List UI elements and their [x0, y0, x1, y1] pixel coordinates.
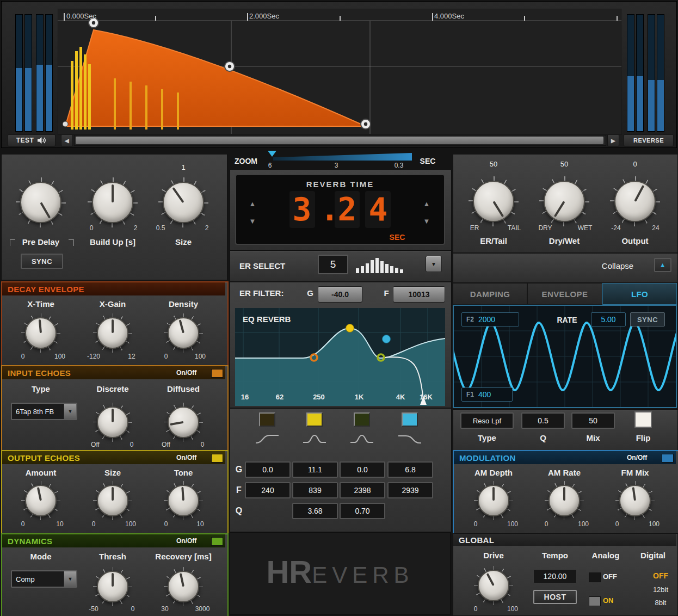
discrete-knob[interactable] — [93, 403, 132, 442]
dynamics-mode-dropdown[interactable]: Comp ▼ — [11, 570, 77, 588]
analog-on-toggle[interactable] — [589, 596, 601, 606]
eq-band4-swatch[interactable] — [402, 412, 418, 427]
eq-band4-handle[interactable] — [383, 335, 391, 343]
size-knob[interactable] — [158, 177, 208, 227]
lfo-filter-type-box[interactable]: Reso Lpf — [460, 412, 514, 429]
output-knob[interactable] — [610, 176, 660, 226]
am-rate-label: AM Rate — [540, 468, 589, 477]
digital-option-off[interactable]: OFF — [645, 571, 676, 580]
digital-option-12bit[interactable]: 12bit — [645, 586, 676, 594]
band1-freq-value[interactable]: 240 — [245, 482, 291, 498]
scroll-left-button[interactable]: ◀ — [61, 134, 73, 146]
scrollbar-thumb[interactable] — [76, 137, 603, 144]
modulation-onoff-toggle[interactable] — [662, 454, 674, 463]
zoom-slider[interactable] — [273, 153, 412, 161]
analog-off-toggle[interactable] — [589, 572, 601, 582]
band3-gain-value[interactable]: 0.0 — [340, 461, 385, 478]
chevron-down-icon[interactable]: ▼ — [64, 571, 76, 587]
lfo-f1-box[interactable]: F1 400 — [461, 387, 513, 402]
amount-knob[interactable] — [21, 481, 60, 520]
output-meter-right-1 — [627, 14, 634, 132]
er-filter-freq-button[interactable]: 10013 — [393, 286, 445, 303]
eq-band2-handle[interactable] — [346, 324, 354, 332]
reverb-time-up-right[interactable]: ▲ — [420, 197, 433, 210]
input-type-value: 6Tap 8th FB — [12, 408, 64, 416]
band2-bell-icon[interactable] — [302, 433, 327, 445]
envelope-end-handle[interactable] — [361, 119, 371, 129]
x-time-knob[interactable] — [21, 313, 60, 353]
band3-freq-value[interactable]: 2398 — [340, 482, 385, 498]
output-echoes-onoff-toggle[interactable] — [211, 454, 223, 463]
reverb-time-up-left[interactable]: ▲ — [246, 197, 259, 210]
pre-delay-sync-button[interactable]: SYNC — [21, 254, 63, 269]
zoom-marker[interactable] — [268, 151, 276, 157]
er-select-label: ER SELECT — [239, 261, 299, 270]
am-rate-knob[interactable] — [545, 481, 584, 520]
dynamics-onoff-toggle[interactable] — [211, 537, 223, 546]
pre-delay-knob[interactable] — [16, 177, 66, 227]
input-echoes-onoff-toggle[interactable] — [211, 369, 223, 378]
thresh-max: 0 — [122, 605, 144, 613]
envelope-mid-handle[interactable] — [225, 61, 235, 71]
eq-band1-swatch[interactable] — [259, 412, 275, 427]
band4-shelf-icon[interactable] — [397, 433, 422, 445]
band1-highpass-icon[interactable] — [255, 433, 280, 445]
reverb-time-down-left[interactable]: ▼ — [246, 214, 259, 227]
er-pattern-icon[interactable] — [356, 257, 417, 273]
lfo-mix-box[interactable]: 50 — [571, 412, 615, 429]
tab-lfo[interactable]: LFO — [602, 283, 677, 305]
eq-band3-swatch[interactable] — [354, 412, 370, 427]
lfo-flip-swatch[interactable] — [634, 411, 652, 428]
band3-q-value[interactable]: 0.70 — [340, 503, 385, 519]
lfo-f2-box[interactable]: F2 2000 — [461, 312, 519, 327]
reverse-button[interactable]: REVERSE — [624, 134, 674, 146]
tab-damping[interactable]: DAMPING — [453, 283, 527, 305]
reverb-time-value[interactable]: 3 . 2 4 — [261, 189, 419, 230]
band4-gain-value[interactable]: 6.8 — [387, 461, 433, 478]
lfo-rate-box[interactable]: 5.00 — [591, 312, 626, 327]
x-gain-knob[interactable] — [93, 313, 132, 353]
band2-gain-value[interactable]: 11.1 — [292, 461, 338, 478]
envelope-display[interactable] — [58, 9, 621, 135]
thresh-knob[interactable] — [93, 567, 132, 606]
reverb-time-down-right[interactable]: ▼ — [420, 214, 433, 227]
tempo-host-button[interactable]: HOST — [533, 590, 577, 604]
build-up-knob[interactable] — [88, 177, 138, 227]
er-filter-gain-button[interactable]: -40.0 — [318, 286, 362, 303]
eq-band2-swatch[interactable] — [306, 412, 323, 427]
digital-option-8bit[interactable]: 8bit — [645, 599, 676, 607]
am-depth-knob[interactable] — [474, 481, 513, 520]
scrollbar-track[interactable] — [74, 135, 606, 146]
band1-gain-value[interactable]: 0.0 — [245, 461, 291, 478]
x-gain-max: 12 — [121, 353, 143, 360]
er-select-dropdown-button[interactable]: ▼ — [426, 256, 442, 272]
diffused-knob[interactable] — [164, 403, 203, 442]
tone-knob[interactable] — [164, 481, 203, 520]
band2-freq-value[interactable]: 839 — [292, 482, 338, 498]
am-rate-max: 100 — [572, 520, 594, 528]
er-tail-knob[interactable] — [469, 176, 519, 226]
input-type-dropdown[interactable]: 6Tap 8th FB ▼ — [11, 403, 77, 420]
band2-q-value[interactable]: 3.68 — [292, 503, 338, 519]
lfo-sync-button[interactable]: SYNC — [630, 312, 665, 327]
dry-wet-knob[interactable] — [539, 176, 589, 226]
chevron-down-icon[interactable]: ▼ — [64, 404, 76, 419]
scroll-right-button[interactable]: ▶ — [607, 134, 619, 146]
analog-off-label: OFF — [603, 572, 625, 581]
discrete-max: 0 — [121, 441, 143, 448]
lfo-q-box[interactable]: 0.5 — [521, 412, 565, 429]
collapse-button[interactable]: ▲ — [654, 258, 671, 272]
test-button[interactable]: TEST — [8, 134, 56, 146]
output-size-knob[interactable] — [93, 481, 132, 520]
fm-mix-knob[interactable] — [615, 481, 655, 520]
band4-freq-value[interactable]: 2939 — [387, 482, 433, 498]
tab-envelope[interactable]: ENVELOPE — [527, 283, 602, 305]
tempo-value-box[interactable]: 120.00 — [533, 569, 577, 583]
drive-knob[interactable] — [474, 566, 513, 605]
er-select-value[interactable]: 5 — [318, 255, 348, 274]
band3-bell-icon[interactable] — [349, 433, 374, 445]
envelope-start-handle[interactable] — [63, 121, 68, 127]
recovery-knob[interactable] — [164, 567, 203, 606]
density-knob[interactable] — [164, 313, 203, 353]
reverb-time-unit: SEC — [375, 233, 419, 242]
